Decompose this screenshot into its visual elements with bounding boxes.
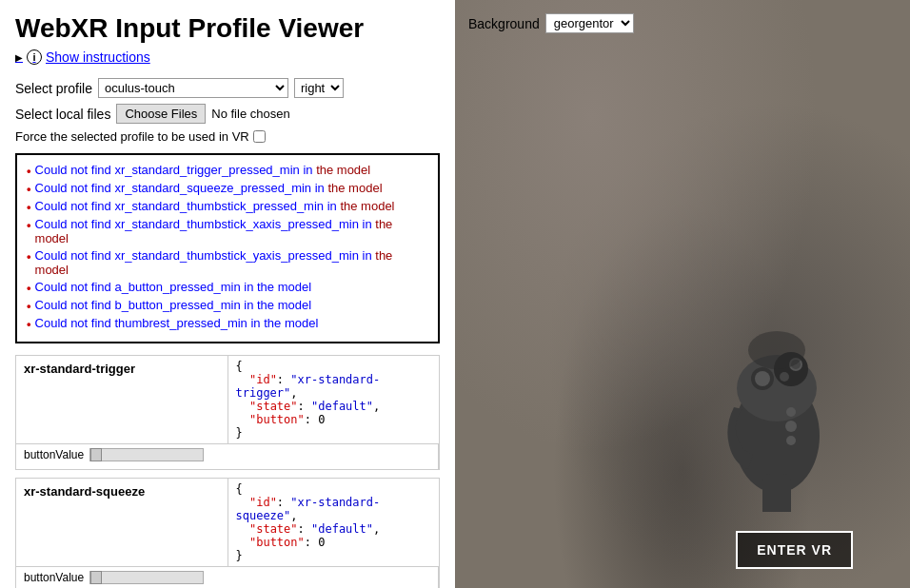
right-panel: Background georgentordefaultnone	[455, 0, 910, 588]
controller-model	[701, 303, 853, 512]
component-squeeze-name: xr-standard-squeeze	[16, 479, 228, 566]
trigger-slider-thumb	[90, 448, 102, 461]
component-squeeze-json: { "id": "xr-standard-squeeze", "state": …	[228, 479, 440, 566]
component-trigger-json: { "id": "xr-standard-trigger", "state": …	[228, 356, 440, 443]
no-file-label: No file chosen	[211, 107, 289, 121]
triangle-icon: ▶	[15, 52, 23, 63]
bullet-icon: •	[27, 164, 31, 178]
svg-point-12	[748, 331, 805, 369]
squeeze-slider[interactable]	[89, 571, 204, 584]
svg-point-8	[755, 371, 770, 386]
trigger-slider[interactable]	[89, 448, 204, 461]
background-label-row: Background georgentordefaultnone	[468, 13, 634, 33]
show-instructions-label[interactable]: Show instructions	[46, 49, 150, 65]
bullet-icon: •	[27, 182, 31, 196]
error-text: Could not find thumbrest_pressed_min in …	[35, 316, 319, 330]
error-text: Could not find a_button_pressed_min in t…	[35, 280, 312, 294]
component-squeeze-header: xr-standard-squeeze { "id": "xr-standard…	[16, 479, 439, 567]
svg-point-11	[786, 436, 796, 445]
component-trigger-name: xr-standard-trigger	[16, 356, 228, 443]
bullet-icon: •	[27, 200, 31, 214]
background-select[interactable]: georgentordefaultnone	[545, 13, 634, 33]
errors-box: •Could not find xr_standard_trigger_pres…	[15, 153, 440, 343]
error-text: Could not find xr_standard_thumbstick_xa…	[35, 217, 428, 245]
left-panel: WebXR Input Profile Viewer ▶ i Show inst…	[0, 0, 455, 588]
bullet-icon: •	[27, 218, 31, 232]
enter-vr-button[interactable]: ENTER VR	[736, 531, 853, 569]
error-item: •Could not find xr_standard_thumbstick_y…	[27, 248, 428, 277]
error-text: Could not find xr_standard_thumbstick_ya…	[35, 248, 428, 277]
info-icon: i	[27, 49, 42, 65]
component-trigger-left: buttonValue	[16, 444, 439, 469]
squeeze-button-value-row: buttonValue	[24, 571, 430, 584]
vr-checkbox-label: Force the selected profile to be used in…	[15, 129, 249, 144]
background-text-label: Background	[468, 16, 540, 31]
profile-row: Select profile oculus-touch leftright	[15, 78, 440, 98]
bullet-icon: •	[27, 249, 31, 264]
controller-svg	[701, 303, 853, 512]
error-item: •Could not find xr_standard_thumbstick_x…	[27, 217, 428, 245]
error-item: •Could not find xr_standard_squeeze_pres…	[27, 181, 428, 196]
bullet-icon: •	[27, 299, 31, 313]
svg-point-10	[786, 407, 796, 417]
component-trigger: xr-standard-trigger { "id": "xr-standard…	[15, 355, 440, 470]
component-trigger-body: buttonValue	[16, 444, 439, 469]
component-squeeze-left: buttonValue	[16, 567, 439, 588]
error-text: Could not find b_button_pressed_min in t…	[35, 298, 312, 312]
bullet-icon: •	[27, 317, 31, 331]
vr-checkbox-row: Force the selected profile to be used in…	[15, 129, 440, 144]
file-input-row: Select local files Choose Files No file …	[15, 104, 440, 124]
svg-point-9	[785, 421, 797, 432]
bullet-icon: •	[27, 281, 31, 295]
component-squeeze: xr-standard-squeeze { "id": "xr-standard…	[15, 478, 440, 588]
error-item: •Could not find xr_standard_trigger_pres…	[27, 163, 428, 178]
component-trigger-header: xr-standard-trigger { "id": "xr-standard…	[16, 356, 439, 444]
vr-checkbox[interactable]	[253, 130, 266, 143]
choose-files-button[interactable]: Choose Files	[116, 104, 206, 124]
trigger-button-value-label: buttonValue	[24, 448, 84, 461]
show-instructions-row[interactable]: ▶ i Show instructions	[15, 49, 440, 65]
profile-select[interactable]: oculus-touch	[98, 78, 288, 98]
error-item: •Could not find b_button_pressed_min in …	[27, 298, 428, 313]
app-title: WebXR Input Profile Viewer	[15, 13, 440, 44]
error-text: Could not find xr_standard_thumbstick_pr…	[35, 199, 395, 213]
error-item: •Could not find a_button_pressed_min in …	[27, 280, 428, 295]
local-files-label: Select local files	[15, 107, 110, 122]
trigger-button-value-row: buttonValue	[24, 448, 430, 461]
error-text: Could not find xr_standard_squeeze_press…	[35, 181, 383, 195]
squeeze-slider-thumb	[90, 571, 102, 584]
error-text: Could not find xr_standard_trigger_press…	[35, 163, 371, 177]
svg-rect-1	[762, 474, 791, 512]
hand-select[interactable]: leftright	[294, 78, 344, 98]
svg-point-6	[780, 372, 789, 382]
component-squeeze-body: buttonValue	[16, 567, 439, 588]
error-item: •Could not find thumbrest_pressed_min in…	[27, 316, 428, 331]
squeeze-button-value-label: buttonValue	[24, 571, 84, 584]
error-item: •Could not find xr_standard_thumbstick_p…	[27, 199, 428, 214]
profile-label: Select profile	[15, 81, 92, 96]
